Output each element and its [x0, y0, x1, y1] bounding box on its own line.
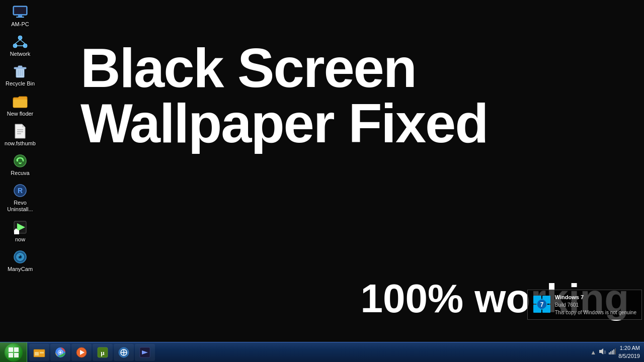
desktop-icon-manycam[interactable]: ManyCam	[2, 247, 38, 275]
system-tray: ▲ )))) 1:20 AM 8/5/2019	[586, 344, 644, 360]
taskbar-chrome[interactable]	[50, 344, 70, 361]
recycle-bin-icon	[12, 63, 28, 79]
network-signal-icon[interactable]	[608, 347, 616, 357]
volume-icon[interactable]: ))))	[598, 347, 606, 357]
now-icon	[12, 219, 28, 235]
am-pc-icon	[12, 4, 28, 20]
taskbar-utorrent[interactable]: μ	[93, 344, 113, 361]
main-title: Black Screen Wallpaper Fixed	[80, 40, 634, 151]
desktop-icon-recuva[interactable]: Recuva	[2, 151, 38, 178]
windows-logo-bubble: 7	[533, 295, 551, 314]
svg-text:)))): ))))	[604, 350, 606, 354]
svg-rect-42	[35, 352, 39, 355]
desktop-icon-am-pc[interactable]: AM-PC	[2, 2, 38, 30]
svg-text:R: R	[18, 187, 23, 195]
now-fsthumb-label: now.fsthumb	[5, 140, 36, 147]
manycam-label: ManyCam	[8, 266, 33, 273]
desktop-icon-now-fsthumb[interactable]: now.fsthumb	[2, 121, 38, 149]
svg-rect-25	[14, 230, 19, 234]
manycam-icon	[12, 249, 28, 265]
desktop-icon-recycle-bin[interactable]: Recycle Bin	[2, 61, 38, 89]
file-icon	[12, 123, 28, 139]
windows-genuine-notification: 7 Windows 7 Build 7601 This copy of Wind…	[527, 290, 642, 320]
svg-point-19	[14, 155, 26, 167]
svg-point-30	[19, 255, 20, 256]
svg-rect-2	[18, 15, 22, 17]
start-button[interactable]	[0, 342, 27, 363]
taskbar-media-player[interactable]	[71, 344, 92, 361]
desktop: AM-PC Network	[0, 0, 644, 342]
desktop-icons: AM-PC Network	[0, 0, 40, 277]
svg-rect-12	[18, 66, 22, 67]
svg-rect-43	[40, 352, 44, 353]
svg-marker-58	[599, 348, 603, 354]
svg-rect-38	[14, 347, 19, 352]
am-pc-label: AM-PC	[11, 21, 29, 28]
network-label: Network	[10, 51, 30, 57]
svg-rect-39	[9, 353, 13, 357]
svg-rect-61	[610, 351, 611, 354]
new-folder-label: New floder	[7, 111, 34, 117]
overlay-text: Black Screen Wallpaper Fixed	[80, 40, 634, 151]
svg-text:7: 7	[540, 301, 543, 308]
svg-rect-62	[612, 350, 613, 354]
svg-rect-1	[14, 7, 26, 14]
revo-label: Revo Uninstall...	[4, 200, 36, 213]
svg-point-47	[59, 351, 62, 353]
recuva-icon	[12, 153, 28, 169]
svg-rect-63	[613, 349, 614, 354]
svg-rect-3	[16, 17, 24, 18]
svg-line-8	[20, 40, 25, 44]
desktop-icon-network[interactable]: Network	[2, 32, 38, 59]
revo-icon: R	[12, 183, 28, 199]
desktop-icon-new-folder[interactable]: New floder	[2, 92, 38, 119]
svg-rect-37	[9, 347, 13, 352]
system-clock[interactable]: 1:20 AM 8/5/2019	[618, 344, 640, 360]
recuva-label: Recuva	[11, 170, 29, 176]
taskbar: μ ▲ ))))	[0, 342, 644, 362]
now-label: now	[15, 236, 25, 243]
svg-point-4	[18, 36, 22, 40]
svg-rect-40	[14, 353, 19, 357]
folder-icon	[12, 94, 28, 110]
genuine-text: Windows 7 Build 7601 This copy of Window…	[555, 293, 636, 317]
network-icon	[12, 34, 28, 50]
taskbar-app5[interactable]	[114, 344, 134, 361]
tray-expand[interactable]: ▲	[590, 349, 596, 356]
svg-line-7	[15, 40, 20, 44]
taskbar-apps: μ	[27, 344, 586, 361]
taskbar-file-explorer[interactable]	[29, 344, 49, 361]
svg-rect-60	[609, 352, 610, 354]
desktop-icon-now[interactable]: now	[2, 217, 38, 245]
desktop-icon-revo[interactable]: R Revo Uninstall...	[2, 180, 38, 215]
svg-text:μ: μ	[101, 349, 105, 356]
start-orb	[5, 343, 23, 361]
svg-rect-64	[615, 348, 616, 354]
taskbar-app6[interactable]	[135, 344, 155, 361]
recycle-bin-label: Recycle Bin	[6, 80, 35, 87]
